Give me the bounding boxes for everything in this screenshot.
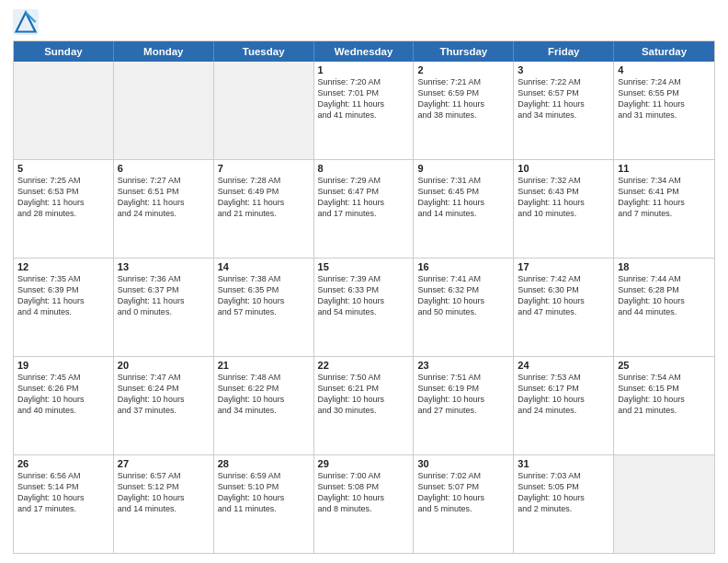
header-day-monday: Monday xyxy=(114,41,214,62)
cell-info: Sunrise: 7:44 AM Sunset: 6:28 PM Dayligh… xyxy=(618,273,711,318)
day-number: 13 xyxy=(118,261,210,272)
cal-cell: 15Sunrise: 7:39 AM Sunset: 6:33 PM Dayli… xyxy=(314,259,415,356)
cell-info: Sunrise: 7:27 AM Sunset: 6:51 PM Dayligh… xyxy=(118,175,210,220)
day-number: 18 xyxy=(618,261,711,272)
cal-cell: 31Sunrise: 7:03 AM Sunset: 5:05 PM Dayli… xyxy=(514,455,614,553)
day-number: 23 xyxy=(417,360,509,371)
cal-week-3: 12Sunrise: 7:35 AM Sunset: 6:39 PM Dayli… xyxy=(14,259,714,357)
cell-info: Sunrise: 7:20 AM Sunset: 7:01 PM Dayligh… xyxy=(318,76,410,121)
cal-cell: 16Sunrise: 7:41 AM Sunset: 6:32 PM Dayli… xyxy=(414,259,514,356)
logo-icon xyxy=(13,9,39,35)
calendar-header: SundayMondayTuesdayWednesdayThursdayFrid… xyxy=(14,41,714,62)
cal-cell: 21Sunrise: 7:48 AM Sunset: 6:22 PM Dayli… xyxy=(214,357,314,454)
day-number: 16 xyxy=(417,261,509,272)
day-number: 22 xyxy=(318,360,410,371)
cal-cell: 30Sunrise: 7:02 AM Sunset: 5:07 PM Dayli… xyxy=(414,455,514,553)
day-number: 8 xyxy=(318,163,410,174)
day-number: 5 xyxy=(17,163,109,174)
cal-week-2: 5Sunrise: 7:25 AM Sunset: 6:53 PM Daylig… xyxy=(14,160,714,259)
day-number: 9 xyxy=(417,163,509,174)
cell-info: Sunrise: 7:21 AM Sunset: 6:59 PM Dayligh… xyxy=(417,76,509,121)
cell-info: Sunrise: 7:35 AM Sunset: 6:39 PM Dayligh… xyxy=(17,273,109,318)
cell-info: Sunrise: 7:51 AM Sunset: 6:19 PM Dayligh… xyxy=(417,372,509,417)
cal-cell: 12Sunrise: 7:35 AM Sunset: 6:39 PM Dayli… xyxy=(14,259,114,356)
cal-cell: 18Sunrise: 7:44 AM Sunset: 6:28 PM Dayli… xyxy=(614,259,714,356)
cal-cell: 3Sunrise: 7:22 AM Sunset: 6:57 PM Daylig… xyxy=(514,62,614,159)
day-number: 24 xyxy=(518,360,609,371)
header xyxy=(13,9,715,35)
cal-cell: 14Sunrise: 7:38 AM Sunset: 6:35 PM Dayli… xyxy=(214,259,314,356)
cell-info: Sunrise: 7:53 AM Sunset: 6:17 PM Dayligh… xyxy=(518,372,609,417)
cal-cell: 26Sunrise: 6:56 AM Sunset: 5:14 PM Dayli… xyxy=(14,455,114,553)
cal-cell: 1Sunrise: 7:20 AM Sunset: 7:01 PM Daylig… xyxy=(314,62,415,159)
cal-cell: 28Sunrise: 6:59 AM Sunset: 5:10 PM Dayli… xyxy=(214,455,314,553)
day-number: 30 xyxy=(417,458,509,469)
cal-cell xyxy=(14,62,114,159)
cal-cell: 4Sunrise: 7:24 AM Sunset: 6:55 PM Daylig… xyxy=(614,62,714,159)
cal-cell: 9Sunrise: 7:31 AM Sunset: 6:45 PM Daylig… xyxy=(414,160,514,258)
day-number: 21 xyxy=(218,360,310,371)
cal-week-1: 1Sunrise: 7:20 AM Sunset: 7:01 PM Daylig… xyxy=(14,62,714,160)
day-number: 19 xyxy=(17,360,109,371)
cal-cell: 8Sunrise: 7:29 AM Sunset: 6:47 PM Daylig… xyxy=(314,160,415,258)
day-number: 15 xyxy=(318,261,410,272)
logo xyxy=(13,9,42,35)
header-day-thursday: Thursday xyxy=(414,41,514,62)
cal-cell xyxy=(114,62,214,159)
cal-cell: 29Sunrise: 7:00 AM Sunset: 5:08 PM Dayli… xyxy=(314,455,415,553)
header-day-saturday: Saturday xyxy=(614,41,714,62)
day-number: 26 xyxy=(17,458,109,469)
page: SundayMondayTuesdayWednesdayThursdayFrid… xyxy=(0,0,728,563)
day-number: 4 xyxy=(618,64,711,75)
header-day-friday: Friday xyxy=(514,41,614,62)
cell-info: Sunrise: 7:39 AM Sunset: 6:33 PM Dayligh… xyxy=(318,273,410,318)
day-number: 28 xyxy=(218,458,310,469)
cal-cell: 11Sunrise: 7:34 AM Sunset: 6:41 PM Dayli… xyxy=(614,160,714,258)
cell-info: Sunrise: 7:03 AM Sunset: 5:05 PM Dayligh… xyxy=(518,470,609,515)
header-day-sunday: Sunday xyxy=(14,41,114,62)
cell-info: Sunrise: 7:54 AM Sunset: 6:15 PM Dayligh… xyxy=(618,372,711,417)
cal-cell: 20Sunrise: 7:47 AM Sunset: 6:24 PM Dayli… xyxy=(114,357,214,454)
cal-cell: 10Sunrise: 7:32 AM Sunset: 6:43 PM Dayli… xyxy=(514,160,614,258)
day-number: 29 xyxy=(318,458,410,469)
cell-info: Sunrise: 7:25 AM Sunset: 6:53 PM Dayligh… xyxy=(17,175,109,220)
cell-info: Sunrise: 7:36 AM Sunset: 6:37 PM Dayligh… xyxy=(118,273,210,318)
cell-info: Sunrise: 7:22 AM Sunset: 6:57 PM Dayligh… xyxy=(518,76,609,121)
cal-cell: 22Sunrise: 7:50 AM Sunset: 6:21 PM Dayli… xyxy=(314,357,415,454)
day-number: 12 xyxy=(17,261,109,272)
cell-info: Sunrise: 6:59 AM Sunset: 5:10 PM Dayligh… xyxy=(218,470,310,515)
calendar-body: 1Sunrise: 7:20 AM Sunset: 7:01 PM Daylig… xyxy=(14,62,714,553)
header-day-tuesday: Tuesday xyxy=(214,41,314,62)
cell-info: Sunrise: 7:31 AM Sunset: 6:45 PM Dayligh… xyxy=(417,175,509,220)
day-number: 17 xyxy=(518,261,609,272)
cal-cell: 24Sunrise: 7:53 AM Sunset: 6:17 PM Dayli… xyxy=(514,357,614,454)
cal-cell: 27Sunrise: 6:57 AM Sunset: 5:12 PM Dayli… xyxy=(114,455,214,553)
cal-cell: 17Sunrise: 7:42 AM Sunset: 6:30 PM Dayli… xyxy=(514,259,614,356)
day-number: 7 xyxy=(218,163,310,174)
cell-info: Sunrise: 7:29 AM Sunset: 6:47 PM Dayligh… xyxy=(318,175,410,220)
cal-cell xyxy=(214,62,314,159)
cell-info: Sunrise: 7:45 AM Sunset: 6:26 PM Dayligh… xyxy=(17,372,109,417)
day-number: 6 xyxy=(118,163,210,174)
day-number: 3 xyxy=(518,64,609,75)
cal-cell: 23Sunrise: 7:51 AM Sunset: 6:19 PM Dayli… xyxy=(414,357,514,454)
cell-info: Sunrise: 7:02 AM Sunset: 5:07 PM Dayligh… xyxy=(417,470,509,515)
cal-cell: 13Sunrise: 7:36 AM Sunset: 6:37 PM Dayli… xyxy=(114,259,214,356)
calendar: SundayMondayTuesdayWednesdayThursdayFrid… xyxy=(13,40,715,554)
day-number: 27 xyxy=(118,458,210,469)
cell-info: Sunrise: 7:47 AM Sunset: 6:24 PM Dayligh… xyxy=(118,372,210,417)
cal-cell: 2Sunrise: 7:21 AM Sunset: 6:59 PM Daylig… xyxy=(414,62,514,159)
day-number: 31 xyxy=(518,458,609,469)
day-number: 11 xyxy=(618,163,711,174)
cell-info: Sunrise: 7:00 AM Sunset: 5:08 PM Dayligh… xyxy=(318,470,410,515)
cell-info: Sunrise: 7:41 AM Sunset: 6:32 PM Dayligh… xyxy=(417,273,509,318)
day-number: 25 xyxy=(618,360,711,371)
cal-week-5: 26Sunrise: 6:56 AM Sunset: 5:14 PM Dayli… xyxy=(14,455,714,553)
cal-cell: 25Sunrise: 7:54 AM Sunset: 6:15 PM Dayli… xyxy=(614,357,714,454)
cal-cell: 7Sunrise: 7:28 AM Sunset: 6:49 PM Daylig… xyxy=(214,160,314,258)
cell-info: Sunrise: 7:48 AM Sunset: 6:22 PM Dayligh… xyxy=(218,372,310,417)
cal-cell: 19Sunrise: 7:45 AM Sunset: 6:26 PM Dayli… xyxy=(14,357,114,454)
day-number: 2 xyxy=(417,64,509,75)
day-number: 1 xyxy=(318,64,410,75)
cell-info: Sunrise: 7:42 AM Sunset: 6:30 PM Dayligh… xyxy=(518,273,609,318)
